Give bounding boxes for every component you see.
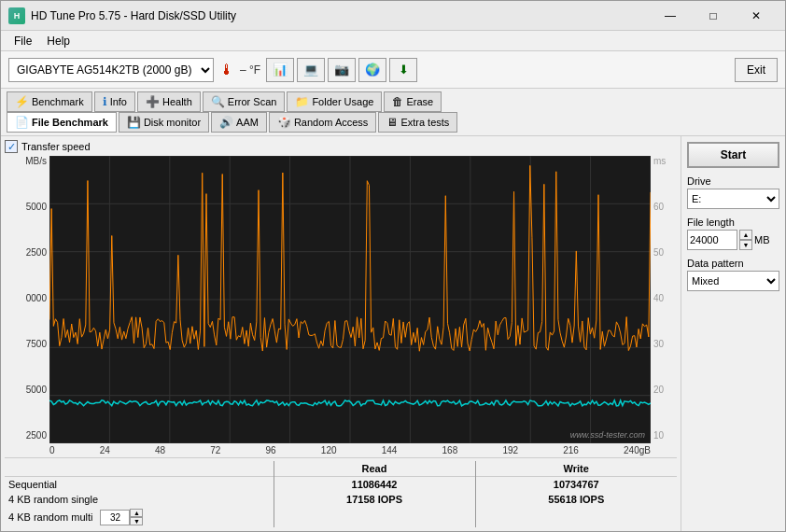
sequential-label: Sequential <box>5 477 274 493</box>
y-right-40: 40 <box>653 293 664 303</box>
toolbar-icon-5[interactable]: ⬇ <box>389 58 417 82</box>
exit-button[interactable]: Exit <box>735 58 778 82</box>
file-length-input[interactable] <box>687 230 737 250</box>
minimize-button[interactable]: — <box>649 1 692 31</box>
4k-multi-read <box>274 507 475 527</box>
x-label-72: 72 <box>210 445 220 455</box>
y-val-2500a: 2500 <box>26 247 47 258</box>
file-length-up[interactable]: ▲ <box>739 230 752 240</box>
disk-monitor-icon: 💾 <box>127 116 141 129</box>
toolbar-icon-4[interactable]: 🌍 <box>358 58 386 82</box>
title-bar: H HD Tune Pro 5.75 - Hard Disk/SSD Utili… <box>1 1 785 31</box>
left-content: ✓ Transfer speed MB/s 5000 2500 0000 750… <box>1 136 681 531</box>
y-right-60: 60 <box>653 202 664 212</box>
app-icon: H <box>8 7 25 24</box>
x-label-144: 144 <box>382 445 398 455</box>
erase-icon: 🗑 <box>392 95 403 108</box>
benchmark-icon: ⚡ <box>15 95 29 108</box>
random-access-icon: 🎲 <box>277 116 291 129</box>
x-label-96: 96 <box>266 445 276 455</box>
sequential-read: 11086442 <box>274 477 475 493</box>
y-label-mb: MB/s <box>25 156 47 166</box>
x-label-48: 48 <box>155 445 165 455</box>
tab-random-access[interactable]: 🎲 Random Access <box>269 112 376 133</box>
drive-section: Drive E: <box>687 175 779 209</box>
tab-folder-label: Folder Usage <box>312 96 373 107</box>
tab-error-scan[interactable]: 🔍 Error Scan <box>203 91 286 112</box>
menu-file[interactable]: File <box>7 33 39 49</box>
y-label-ms: ms <box>653 156 666 166</box>
toolbar: GIGABYTE AG514K2TB (2000 gB) 🌡 – °F 📊 💻 … <box>1 51 785 89</box>
drive-dropdown[interactable]: GIGABYTE AG514K2TB (2000 gB) <box>8 58 214 82</box>
title-bar-text: HD Tune Pro 5.75 - Hard Disk/SSD Utility <box>31 9 649 22</box>
x-label-240: 240gB <box>624 445 651 455</box>
spinner-down[interactable]: ▼ <box>130 517 143 525</box>
x-label-192: 192 <box>502 445 518 455</box>
main-content: ✓ Transfer speed MB/s 5000 2500 0000 750… <box>1 136 785 531</box>
stats-col-read: Read <box>274 461 475 477</box>
tab-extra-tests-label: Extra tests <box>400 117 449 128</box>
data-pattern-select[interactable]: Mixed Random Sequential <box>687 271 779 291</box>
tab-file-benchmark-label: File Benchmark <box>32 117 108 128</box>
chart-and-xaxis: www.ssd-tester.com 0 24 48 72 96 120 144… <box>49 156 651 457</box>
tab-erase[interactable]: 🗑 Erase <box>384 91 442 112</box>
drive-select[interactable]: E: <box>687 189 779 209</box>
toolbar-icon-3[interactable]: 📷 <box>328 58 356 82</box>
file-length-down[interactable]: ▼ <box>739 240 752 250</box>
tabs-row-2: 📄 File Benchmark 💾 Disk monitor 🔊 AAM 🎲 … <box>1 112 785 136</box>
tab-file-benchmark[interactable]: 📄 File Benchmark <box>7 112 117 133</box>
file-length-input-row: ▲ ▼ MB <box>687 230 779 250</box>
y-right-30: 30 <box>653 339 664 349</box>
x-label-168: 168 <box>442 445 458 455</box>
transfer-speed-toggle: ✓ Transfer speed <box>5 140 677 153</box>
file-benchmark-icon: 📄 <box>15 116 29 129</box>
x-label-120: 120 <box>321 445 337 455</box>
maximize-button[interactable]: □ <box>692 1 735 31</box>
sequential-write: 10734767 <box>475 477 677 493</box>
y-right-10: 10 <box>653 430 664 441</box>
toolbar-icon-1[interactable]: 📊 <box>266 58 294 82</box>
tab-extra-tests[interactable]: 🖥 Extra tests <box>378 112 457 133</box>
temp-icon: 🌡 <box>219 62 234 78</box>
toolbar-icon-2[interactable]: 💻 <box>297 58 325 82</box>
stats-section: Read Write Sequential 11086442 10734767 … <box>5 457 677 527</box>
close-button[interactable]: ✕ <box>735 1 778 31</box>
y-val-5000a: 5000 <box>26 202 47 212</box>
y-val-5000b: 5000 <box>26 385 47 395</box>
tab-folder-usage[interactable]: 📁 Folder Usage <box>287 91 382 112</box>
health-icon: ➕ <box>146 95 160 108</box>
tab-health-label: Health <box>162 96 192 107</box>
tab-benchmark[interactable]: ⚡ Benchmark <box>7 91 92 112</box>
watermark: www.ssd-tester.com <box>570 430 645 440</box>
tab-health[interactable]: ➕ Health <box>137 91 201 112</box>
x-label-0: 0 <box>49 445 55 455</box>
stats-table: Read Write Sequential 11086442 10734767 … <box>5 461 677 527</box>
stats-col-write: Write <box>475 461 677 477</box>
stats-row-sequential: Sequential 11086442 10734767 <box>5 477 677 493</box>
4k-multi-write <box>475 507 677 527</box>
extra-tests-icon: 🖥 <box>386 116 398 129</box>
spinner-input[interactable] <box>100 510 130 525</box>
data-pattern-label: Data pattern <box>687 258 779 269</box>
y-val-7500: 7500 <box>26 339 47 349</box>
start-button[interactable]: Start <box>687 142 779 168</box>
transfer-speed-checkbox[interactable]: ✓ <box>5 140 18 153</box>
spinner-container: ▲ ▼ <box>100 509 143 525</box>
tab-benchmark-label: Benchmark <box>32 96 84 107</box>
menu-help[interactable]: Help <box>39 33 77 49</box>
data-pattern-section: Data pattern Mixed Random Sequential <box>687 258 779 291</box>
stats-row-4k-multi: 4 KB random multi ▲ ▼ <box>5 507 677 527</box>
menu-bar: File Help <box>1 31 785 51</box>
tab-aam[interactable]: 🔊 AAM <box>211 112 267 133</box>
tabs-row-1: ⚡ Benchmark ℹ Info ➕ Health 🔍 Error Scan… <box>1 89 785 112</box>
tab-disk-monitor[interactable]: 💾 Disk monitor <box>119 112 209 133</box>
tab-info[interactable]: ℹ Info <box>94 91 135 112</box>
y-axis-right: ms 60 50 40 30 20 10 <box>651 156 677 457</box>
y-val-0000a: 0000 <box>26 293 47 303</box>
mb-label: MB <box>754 234 770 245</box>
y-axis-left: MB/s 5000 2500 0000 7500 5000 2500 <box>5 156 49 457</box>
file-length-spinner: ▲ ▼ <box>739 230 752 250</box>
spinner-buttons: ▲ ▼ <box>130 509 143 525</box>
spinner-up[interactable]: ▲ <box>130 509 143 517</box>
4k-single-write: 55618 IOPS <box>475 492 677 507</box>
